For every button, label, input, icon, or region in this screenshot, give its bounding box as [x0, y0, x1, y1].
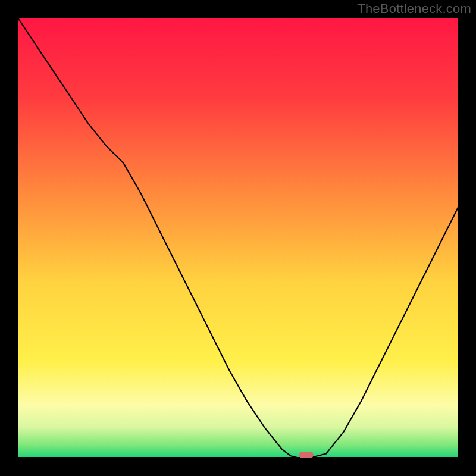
- chart-plot-area: [18, 18, 458, 458]
- selected-point-marker: [299, 452, 314, 458]
- chart-svg: [18, 18, 458, 458]
- gradient-background: [18, 18, 458, 458]
- watermark-text: TheBottleneck.com: [357, 1, 471, 17]
